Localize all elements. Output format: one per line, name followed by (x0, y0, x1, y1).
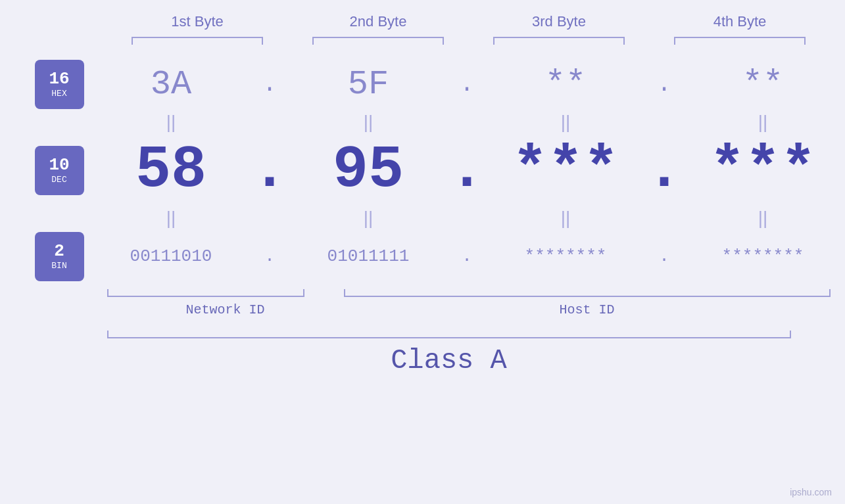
bin-dot-2: . (447, 246, 487, 266)
badge-column: 16 HEX 10 DEC 2 BIN (0, 58, 92, 283)
eq2-b2: || (289, 208, 447, 229)
bin-b1: 00111010 (92, 246, 250, 266)
long-bottom-bracket (107, 331, 791, 338)
bin-badge-number: 2 (54, 242, 64, 261)
equals-row-2: || || || || (92, 206, 845, 230)
dec-b3: *** (487, 137, 644, 204)
eq2-b4: || (684, 208, 842, 229)
class-label: Class A (107, 345, 791, 377)
eq1-b2: || (289, 112, 447, 133)
bin-badge: 2 BIN (35, 232, 84, 281)
dec-dot-2: . (447, 137, 487, 204)
id-labels: Network ID Host ID (107, 302, 831, 317)
hex-badge-number: 16 (49, 70, 69, 89)
network-id-label: Network ID (107, 302, 344, 317)
dec-badge-number: 10 (49, 156, 69, 175)
eq1-b1: || (92, 112, 250, 133)
hex-badge: 16 HEX (35, 60, 84, 109)
bracket-bottom-network (107, 289, 304, 297)
dec-row: 58 . 95 . *** . *** (92, 134, 845, 206)
dec-badge-label: DEC (51, 175, 66, 185)
dec-b2: 95 (289, 137, 447, 204)
hex-dot-2: . (447, 71, 487, 98)
bin-dot-3: . (644, 246, 684, 266)
host-id-label: Host ID (344, 302, 831, 317)
all-rows: 3A . 5F . ** . ** || || || || 58 (92, 58, 845, 283)
dec-dot-1: . (250, 137, 289, 204)
byte2-header: 2nd Byte (299, 13, 457, 30)
rows-wrapper: 16 HEX 10 DEC 2 BIN (0, 58, 845, 283)
eq1-b3: || (487, 112, 644, 133)
hex-b1: 3A (92, 65, 250, 104)
main-container: 1st Byte 2nd Byte 3rd Byte 4th Byte 16 H… (0, 0, 845, 504)
bin-b2: 01011111 (289, 246, 447, 266)
dec-badge: 10 DEC (35, 146, 84, 195)
hex-dot-1: . (250, 71, 289, 98)
bin-badge-wrapper: 2 BIN (35, 230, 84, 283)
bracket-bottom-host (344, 289, 831, 297)
bottom-brackets-row (107, 289, 831, 297)
byte-headers: 1st Byte 2nd Byte 3rd Byte 4th Byte (107, 13, 831, 30)
bin-dot-1: . (250, 246, 289, 266)
bin-b4: ******** (684, 246, 842, 266)
bracket-top-2 (312, 37, 444, 45)
hex-dot-3: . (644, 71, 684, 98)
bin-badge-label: BIN (51, 261, 66, 271)
dec-dot-3: . (644, 137, 684, 204)
hex-b4: ** (684, 65, 842, 104)
hex-badge-label: HEX (51, 89, 66, 99)
equals-row-1: || || || || (92, 110, 845, 134)
hex-row: 3A . 5F . ** . ** (92, 58, 845, 110)
byte1-header: 1st Byte (118, 13, 276, 30)
byte4-header: 4th Byte (661, 13, 819, 30)
dec-badge-wrapper: 10 DEC (35, 134, 84, 206)
bracket-top-3 (493, 37, 625, 45)
bin-b3: ******** (487, 246, 644, 266)
hex-b3: ** (487, 65, 644, 104)
bracket-top-1 (132, 37, 263, 45)
dec-b1: 58 (92, 137, 250, 204)
hex-b2: 5F (289, 65, 447, 104)
eq2-b3: || (487, 208, 644, 229)
eq2-b1: || (92, 208, 250, 229)
dec-b4: *** (684, 137, 842, 204)
top-brackets (107, 37, 831, 45)
watermark: ipshu.com (790, 487, 832, 497)
bracket-top-4 (674, 37, 806, 45)
hex-badge-wrapper: 16 HEX (35, 58, 84, 110)
bin-row: 00111010 . 01011111 . ******** . *******… (92, 230, 845, 283)
bottom-section: Network ID Host ID Class A (107, 289, 831, 377)
eq1-b4: || (684, 112, 842, 133)
byte3-header: 3rd Byte (480, 13, 638, 30)
